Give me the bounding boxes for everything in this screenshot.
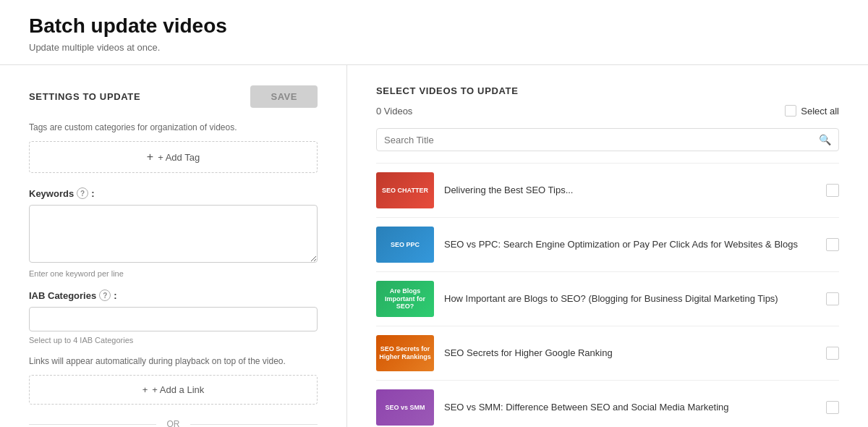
select-all-checkbox[interactable] <box>785 105 796 117</box>
keywords-hint: Enter one keyword per line <box>29 269 318 278</box>
or-divider: OR <box>29 419 318 427</box>
video-title: Delivering the Best SEO Tips... <box>444 184 816 197</box>
iab-help-icon[interactable]: ? <box>99 289 111 301</box>
video-item: SEO PPCSEO vs PPC: Search Engine Optimiz… <box>376 218 839 272</box>
search-input[interactable] <box>384 135 819 145</box>
video-title: How Important are Blogs to SEO? (Bloggin… <box>444 292 816 305</box>
main-content: SETTINGS TO UPDATE SAVE Tags are custom … <box>0 65 868 427</box>
tags-description: Tags are custom categories for organizat… <box>29 122 318 132</box>
video-select-checkbox[interactable] <box>826 347 839 360</box>
page-header: Batch update videos Update multiple vide… <box>0 0 868 65</box>
keywords-input[interactable] <box>29 205 318 263</box>
iab-label: IAB Categories ?: <box>29 289 318 301</box>
video-list: SEO CHATTERDelivering the Best SEO Tips.… <box>376 163 839 427</box>
right-panel: SELECT VIDEOS TO UPDATE 0 Videos Select … <box>347 65 868 427</box>
video-thumbnail: SEO PPC <box>376 227 434 263</box>
videos-toolbar: 0 Videos Select all <box>376 105 839 117</box>
links-description: Links will appear automatically during p… <box>29 356 318 366</box>
video-item: SEO Secrets for Higher RankingsSEO Secre… <box>376 326 839 381</box>
add-tag-button[interactable]: + + Add Tag <box>147 151 200 164</box>
search-icon: 🔍 <box>819 134 831 145</box>
video-title: SEO vs SMM: Difference Between SEO and S… <box>444 401 816 414</box>
video-item: Are Blogs Important for SEO?How Importan… <box>376 272 839 326</box>
video-thumbnail: Are Blogs Important for SEO? <box>376 281 434 317</box>
select-all-label[interactable]: Select all <box>801 106 839 117</box>
iab-hint: Select up to 4 IAB Categories <box>29 336 318 344</box>
save-button[interactable]: SAVE <box>250 85 318 108</box>
select-all-area[interactable]: Select all <box>785 105 839 117</box>
search-bar: 🔍 <box>376 128 839 151</box>
left-panel: SETTINGS TO UPDATE SAVE Tags are custom … <box>0 65 347 427</box>
video-select-checkbox[interactable] <box>826 401 839 414</box>
video-select-checkbox[interactable] <box>826 238 839 251</box>
video-item: SEO vs SMMSEO vs SMM: Difference Between… <box>376 381 839 427</box>
iab-input[interactable] <box>29 307 318 331</box>
add-tag-label: + Add Tag <box>158 152 200 163</box>
video-thumbnail: SEO Secrets for Higher Rankings <box>376 335 434 371</box>
videos-count: 0 Videos <box>376 106 412 117</box>
keywords-label: Keywords ?: <box>29 187 318 199</box>
add-link-button[interactable]: + + Add a Link <box>142 384 205 395</box>
video-thumbnail: SEO vs SMM <box>376 389 434 426</box>
plus-icon: + <box>147 151 153 164</box>
video-item: SEO CHATTERDelivering the Best SEO Tips.… <box>376 164 839 218</box>
plus-icon-link: + <box>142 384 148 395</box>
video-title: SEO vs PPC: Search Engine Optimization o… <box>444 238 816 251</box>
settings-header: SETTINGS TO UPDATE SAVE <box>29 85 318 108</box>
video-thumbnail: SEO CHATTER <box>376 172 434 208</box>
page-subtitle: Update multiple videos at once. <box>29 42 839 53</box>
page-title: Batch update videos <box>29 14 839 38</box>
video-select-checkbox[interactable] <box>826 184 839 197</box>
keywords-help-icon[interactable]: ? <box>77 187 88 199</box>
page-wrapper: Batch update videos Update multiple vide… <box>0 0 868 427</box>
select-videos-title: SELECT VIDEOS TO UPDATE <box>376 85 839 96</box>
settings-title: SETTINGS TO UPDATE <box>29 91 140 102</box>
add-tag-area: + + Add Tag <box>29 141 318 173</box>
add-link-area: + + Add a Link <box>29 375 318 405</box>
add-link-label: + Add a Link <box>152 384 204 395</box>
video-select-checkbox[interactable] <box>826 292 839 305</box>
video-title: SEO Secrets for Higher Google Ranking <box>444 347 816 360</box>
